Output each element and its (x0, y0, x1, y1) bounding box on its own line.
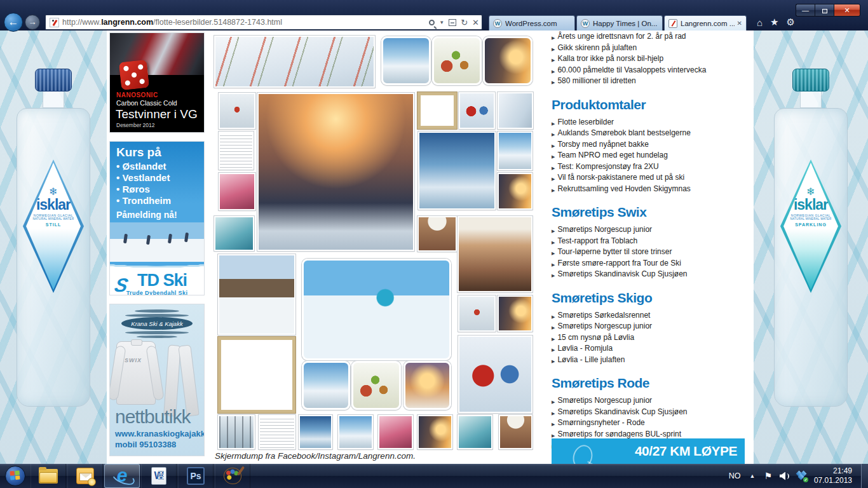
browser-tab-2[interactable]: Langrenn.com ...✕ (664, 15, 747, 30)
isklar-skin-background-left[interactable]: ❄ isklar NORWEGIAN GLACIAL NATURAL MINER… (0, 30, 107, 464)
back-button[interactable]: ← (4, 13, 23, 32)
collage-photo-groomed-trail (498, 132, 532, 170)
sidebar-link[interactable]: ▶Første smøre-rapport fra Tour de Ski (552, 259, 750, 270)
sidebar-link[interactable]: ▶Auklands Smørebok blant bestselgerne (552, 128, 750, 140)
sidebar-link[interactable]: ▶Smøretips Norgescup junior (552, 225, 750, 236)
show-desktop-button[interactable] (861, 464, 868, 488)
taskbar-ie-button[interactable]: e (104, 464, 140, 488)
dropbox-icon[interactable]: ✓ (796, 471, 806, 481)
tdski-ad[interactable]: Kurs på ØstlandetVestlandetRørosTrondhei… (109, 141, 205, 295)
collage-photo-framed-kid-photos (417, 92, 457, 129)
langrenn-tab-icon (668, 19, 677, 28)
url-text[interactable]: http://www.langrenn.com/flotte-leserbild… (62, 18, 425, 27)
sidebar-link[interactable]: ▶Løvlia - Romjula (552, 344, 750, 355)
collage-photo-trail-portrait (302, 361, 350, 410)
volume-icon[interactable] (780, 472, 789, 480)
sidebar-link[interactable]: ▶Smøretips Norgescup junior (552, 396, 750, 407)
sidebar-link[interactable]: ▶60.000 påmeldte til Vasaloppets vinterv… (552, 65, 750, 77)
sidebar-link[interactable]: ▶Test-rapport fra Toblach (552, 236, 750, 248)
tab-close-icon[interactable]: ✕ (735, 20, 742, 27)
isklar-brand: isklar (36, 197, 71, 212)
krana-headline: nettbutikk (115, 406, 190, 428)
sidebar-link[interactable]: ▶Løvlia - Lille julaften (552, 355, 750, 367)
tab-bar: WWordPress.comWHappy Times | On...Langre… (489, 14, 748, 30)
sidebar-link[interactable]: ▶Gikk skirenn på julaften (552, 43, 750, 55)
sidebar-link[interactable]: ▶Smøretips Sørkedalsrennet (552, 311, 750, 322)
sidebar-link[interactable]: ▶Kalla tror ikke på norsk bil-hjelp (552, 54, 750, 65)
krana-logo: Krana Ski & Kajakk (119, 309, 194, 337)
top-news-links: ▶Årets unge idrettsnavn for 2. år på rad… (552, 30, 750, 88)
forward-button[interactable]: → (25, 15, 40, 30)
krana-url[interactable]: www.kranaskiogkajakk.no (115, 429, 205, 438)
sidebar-link[interactable]: ▶Smøretips Skandinavisk Cup Sjusjøen (552, 407, 750, 419)
link-arrow-icon: ▶ (552, 313, 555, 322)
sidebar-link[interactable]: ▶Tour-løperne bytter til store trinser (552, 247, 750, 259)
home-icon[interactable]: ⌂ (757, 17, 763, 28)
link-label: Årets unge idrettsnavn for 2. år på rad (557, 32, 686, 41)
sidebar-link[interactable]: ▶Torsby med nyåpnet bakke (552, 140, 750, 151)
sidebar-link[interactable]: ▶580 millioner til idretten (552, 76, 750, 88)
sidebar-link[interactable]: ▶Smøretips Norgescup junior (552, 322, 750, 333)
krana-ad[interactable]: Krana Ski & Kajakk SWIX nettbutikk www.k… (109, 304, 205, 456)
link-label: Smøretips Sørkedalsrennet (557, 311, 650, 320)
desktop-screen: — ✕ ← → http://www.langrenn.com/flotte-l… (0, 0, 868, 488)
collage-photo-sunset-skier (498, 295, 532, 332)
refresh-icon[interactable]: ↻ (461, 18, 468, 27)
language-indicator[interactable]: NO (729, 471, 741, 480)
taskbar-explorer-button[interactable] (31, 464, 66, 488)
collage-photo-sunset-trail (483, 36, 532, 85)
taskbar-word-button[interactable]: W (141, 464, 177, 488)
clock[interactable]: 21:49 07.01.2013 (814, 466, 852, 485)
stop-icon[interactable]: ✕ (472, 18, 479, 27)
section-heading: Smøretips Rode (552, 376, 750, 391)
sidebar-link[interactable]: ▶Årets unge idrettsnavn for 2. år på rad (552, 32, 750, 43)
link-arrow-icon: ▶ (552, 346, 555, 355)
sidebar-link[interactable]: ▶Smøretips Skandinavisk Cup Sjusjøen (552, 269, 750, 281)
taskbar-photoshop-button[interactable]: Ps (178, 464, 214, 488)
sidebar-link[interactable]: ▶Smørningsnyheter - Rode (552, 418, 750, 430)
command-icons: ⌂ ★ ⚙ (757, 17, 795, 28)
collage-photo-result-list (219, 132, 254, 170)
address-bar-icons: ▼ ↻ ✕ (425, 18, 479, 27)
course-banner-ad[interactable]: 40/27 KM LØYPE (552, 438, 745, 464)
link-arrow-icon: ▶ (552, 152, 555, 162)
isklar-skin-background-right[interactable]: ❄ isklar NORWEGIAN GLACIAL NATURAL MINER… (754, 30, 868, 464)
sidebar-link[interactable]: ▶Team NPRO med eget hundelag (552, 151, 750, 162)
collage-photo-ski-snack-kiwi (432, 36, 482, 85)
compatibility-view-icon[interactable] (449, 19, 456, 26)
collage-photo-skier-selfie-2 (458, 415, 492, 449)
sidebar-link[interactable]: ▶15 cm nysnø på Løvlia (552, 333, 750, 344)
search-icon[interactable] (429, 20, 435, 25)
address-bar[interactable]: http://www.langrenn.com/flotte-leserbild… (45, 15, 482, 30)
show-hidden-icons-button[interactable]: ▲ (749, 473, 755, 479)
sidebar-link[interactable]: ▶Rekruttsamling ved Hovden Skigymnas (552, 184, 750, 196)
navigation-bar: ← → http://www.langrenn.com/flotte-leser… (0, 14, 868, 30)
taskbar-outlook-button[interactable] (67, 464, 103, 488)
collage-photo-skier-selfie (214, 216, 254, 251)
browser-tab-0[interactable]: WWordPress.com (489, 15, 575, 30)
nanosonic-ad[interactable]: NANOSONIC Carbon Classic Cold Testvinner… (109, 32, 205, 133)
favorites-star-icon[interactable]: ★ (770, 17, 778, 28)
sidebar-link[interactable]: ▶Vil få norsk-pakistanere med ut på ski (552, 173, 750, 184)
collage-photo-red-skier (219, 93, 255, 129)
isklar-type: SPARKLING (795, 222, 827, 227)
sidebar-link[interactable]: ▶Test: Kompresjonstøy fra 2XU (552, 162, 750, 173)
sidebar-link[interactable]: ▶Flotte leserbilder (552, 118, 750, 129)
link-label: Smøretips for søndagens BUL-sprint (557, 430, 681, 439)
browser-tab-1[interactable]: WHappy Times | On... (576, 15, 663, 30)
tools-gear-icon[interactable]: ⚙ (787, 17, 795, 28)
link-arrow-icon: ▶ (552, 119, 555, 129)
start-button[interactable] (5, 466, 25, 486)
isklar-line2: NATURAL MINERAL WATER (790, 217, 832, 220)
tab-label: WordPress.com (505, 20, 571, 27)
photo-collage (214, 30, 548, 450)
taskbar-paint-button[interactable] (215, 464, 250, 488)
search-dropdown-icon[interactable]: ▼ (439, 20, 444, 25)
link-label: Smøretips Skandinavisk Cup Sjusjøen (557, 269, 687, 279)
link-label: Test-rapport fra Toblach (557, 236, 637, 246)
action-center-icon[interactable]: ⚑ (764, 471, 772, 481)
link-arrow-icon: ▶ (552, 271, 555, 281)
link-arrow-icon: ▶ (552, 335, 555, 344)
link-label: Tour-løperne bytter til store trinser (557, 247, 672, 257)
snowflake-icon: ❄ (49, 187, 57, 197)
